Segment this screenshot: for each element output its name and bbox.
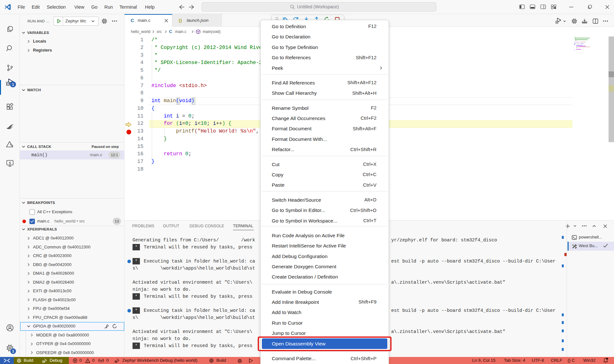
svg-text:S: S: [9, 161, 11, 165]
